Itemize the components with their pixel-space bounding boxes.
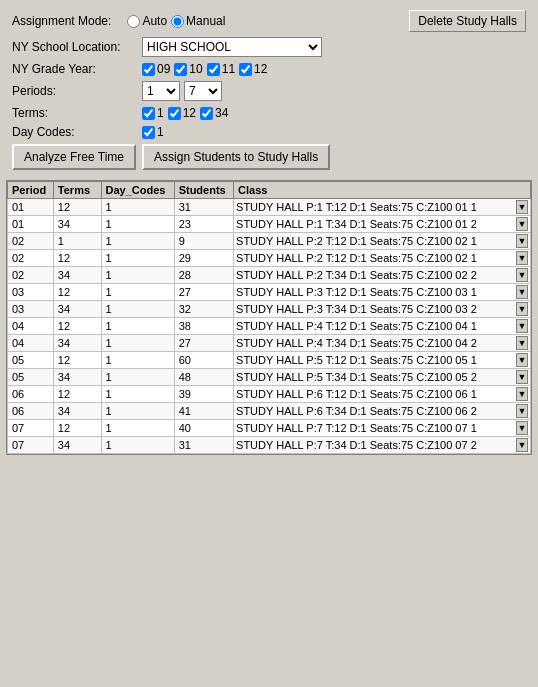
auto-label: Auto xyxy=(142,14,167,28)
cell-terms: 12 xyxy=(53,284,101,301)
cell-terms: 12 xyxy=(53,199,101,216)
class-dropdown-button[interactable]: ▼ xyxy=(516,387,528,401)
class-dropdown-button[interactable]: ▼ xyxy=(516,336,528,350)
header-class: Class xyxy=(234,182,531,199)
term-34-checkbox[interactable] xyxy=(200,107,213,120)
grade-12-label[interactable]: 12 xyxy=(239,62,267,76)
table-row: 0234128STUDY HALL P:2 T:34 D:1 Seats:75 … xyxy=(8,267,531,284)
class-text: STUDY HALL P:4 T:34 D:1 Seats:75 C:Z100 … xyxy=(236,337,477,349)
cell-period: 04 xyxy=(8,318,54,335)
grade-11-label[interactable]: 11 xyxy=(207,62,235,76)
auto-radio-label[interactable]: Auto xyxy=(127,14,167,28)
cell-class: STUDY HALL P:5 T:34 D:1 Seats:75 C:Z100 … xyxy=(234,369,531,386)
day-code-1-checkbox[interactable] xyxy=(142,126,155,139)
table-row: 0712140STUDY HALL P:7 T:12 D:1 Seats:75 … xyxy=(8,420,531,437)
class-cell-content: STUDY HALL P:6 T:34 D:1 Seats:75 C:Z100 … xyxy=(236,404,528,418)
school-location-select[interactable]: HIGH SCHOOL MIDDLE SCHOOL ELEMENTARY xyxy=(142,37,322,57)
class-cell-content: STUDY HALL P:2 T:34 D:1 Seats:75 C:Z100 … xyxy=(236,268,528,282)
class-dropdown-button[interactable]: ▼ xyxy=(516,421,528,435)
class-cell-content: STUDY HALL P:5 T:34 D:1 Seats:75 C:Z100 … xyxy=(236,370,528,384)
periods-controls: 1234 5678 910 1234 5678 910 xyxy=(142,81,526,101)
header-terms: Terms xyxy=(53,182,101,199)
class-dropdown-button[interactable]: ▼ xyxy=(516,404,528,418)
manual-radio-label[interactable]: Manual xyxy=(171,14,225,28)
cell-period: 05 xyxy=(8,352,54,369)
cell-students: 27 xyxy=(174,335,233,352)
cell-period: 02 xyxy=(8,233,54,250)
cell-day-codes: 1 xyxy=(101,420,174,437)
class-text: STUDY HALL P:3 T:34 D:1 Seats:75 C:Z100 … xyxy=(236,303,477,315)
day-code-1-value: 1 xyxy=(157,125,164,139)
cell-students: 28 xyxy=(174,267,233,284)
period-start-select[interactable]: 1234 5678 910 xyxy=(142,81,180,101)
class-cell-content: STUDY HALL P:2 T:12 D:1 Seats:75 C:Z100 … xyxy=(236,234,528,248)
header-students: Students xyxy=(174,182,233,199)
cell-period: 03 xyxy=(8,284,54,301)
cell-class: STUDY HALL P:4 T:34 D:1 Seats:75 C:Z100 … xyxy=(234,335,531,352)
cell-class: STUDY HALL P:1 T:12 D:1 Seats:75 C:Z100 … xyxy=(234,199,531,216)
cell-class: STUDY HALL P:7 T:12 D:1 Seats:75 C:Z100 … xyxy=(234,420,531,437)
auto-radio[interactable] xyxy=(127,15,140,28)
grade-12-checkbox[interactable] xyxy=(239,63,252,76)
class-text: STUDY HALL P:5 T:34 D:1 Seats:75 C:Z100 … xyxy=(236,371,477,383)
class-dropdown-button[interactable]: ▼ xyxy=(516,217,528,231)
grade-09-label[interactable]: 09 xyxy=(142,62,170,76)
cell-day-codes: 1 xyxy=(101,318,174,335)
cell-students: 31 xyxy=(174,199,233,216)
class-cell-content: STUDY HALL P:1 T:12 D:1 Seats:75 C:Z100 … xyxy=(236,200,528,214)
term-12-checkbox[interactable] xyxy=(168,107,181,120)
grade-11-checkbox[interactable] xyxy=(207,63,220,76)
class-dropdown-button[interactable]: ▼ xyxy=(516,353,528,367)
class-text: STUDY HALL P:1 T:34 D:1 Seats:75 C:Z100 … xyxy=(236,218,477,230)
class-cell-content: STUDY HALL P:1 T:34 D:1 Seats:75 C:Z100 … xyxy=(236,217,528,231)
day-codes-label: Day Codes: xyxy=(12,125,142,139)
term-12-value: 12 xyxy=(183,106,196,120)
analyze-free-time-button[interactable]: Analyze Free Time xyxy=(12,144,136,170)
table-row: 0112131STUDY HALL P:1 T:12 D:1 Seats:75 … xyxy=(8,199,531,216)
term-12-label[interactable]: 12 xyxy=(168,106,196,120)
cell-terms: 34 xyxy=(53,369,101,386)
cell-terms: 12 xyxy=(53,386,101,403)
day-code-1-label[interactable]: 1 xyxy=(142,125,164,139)
cell-period: 02 xyxy=(8,267,54,284)
class-dropdown-button[interactable]: ▼ xyxy=(516,302,528,316)
grade-09-checkbox[interactable] xyxy=(142,63,155,76)
class-dropdown-button[interactable]: ▼ xyxy=(516,200,528,214)
class-dropdown-button[interactable]: ▼ xyxy=(516,370,528,384)
term-34-label[interactable]: 34 xyxy=(200,106,228,120)
assign-students-button[interactable]: Assign Students to Study Halls xyxy=(142,144,330,170)
school-location-controls: HIGH SCHOOL MIDDLE SCHOOL ELEMENTARY xyxy=(142,37,526,57)
grade-10-checkbox[interactable] xyxy=(174,63,187,76)
cell-students: 40 xyxy=(174,420,233,437)
grade-year-controls: 09 10 11 12 xyxy=(142,62,526,76)
term-1-label[interactable]: 1 xyxy=(142,106,164,120)
cell-students: 9 xyxy=(174,233,233,250)
class-dropdown-button[interactable]: ▼ xyxy=(516,251,528,265)
school-location-label: NY School Location: xyxy=(12,40,142,54)
class-cell-content: STUDY HALL P:3 T:12 D:1 Seats:75 C:Z100 … xyxy=(236,285,528,299)
cell-class: STUDY HALL P:6 T:12 D:1 Seats:75 C:Z100 … xyxy=(234,386,531,403)
term-1-checkbox[interactable] xyxy=(142,107,155,120)
header-day-codes: Day_Codes xyxy=(101,182,174,199)
assignment-mode-row: Assignment Mode: Auto Manual Delete Stud… xyxy=(12,10,526,32)
cell-students: 38 xyxy=(174,318,233,335)
period-end-select[interactable]: 1234 5678 910 xyxy=(184,81,222,101)
cell-terms: 12 xyxy=(53,250,101,267)
cell-terms: 34 xyxy=(53,403,101,420)
class-cell-content: STUDY HALL P:3 T:34 D:1 Seats:75 C:Z100 … xyxy=(236,302,528,316)
class-cell-content: STUDY HALL P:4 T:34 D:1 Seats:75 C:Z100 … xyxy=(236,336,528,350)
class-dropdown-button[interactable]: ▼ xyxy=(516,285,528,299)
class-dropdown-button[interactable]: ▼ xyxy=(516,268,528,282)
cell-students: 41 xyxy=(174,403,233,420)
class-dropdown-button[interactable]: ▼ xyxy=(516,438,528,452)
class-dropdown-button[interactable]: ▼ xyxy=(516,234,528,248)
grade-10-label[interactable]: 10 xyxy=(174,62,202,76)
class-text: STUDY HALL P:6 T:34 D:1 Seats:75 C:Z100 … xyxy=(236,405,477,417)
delete-study-halls-button[interactable]: Delete Study Halls xyxy=(409,10,526,32)
assignment-mode-label: Assignment Mode: xyxy=(12,14,111,28)
periods-row: Periods: 1234 5678 910 1234 5678 910 xyxy=(12,81,526,101)
class-dropdown-button[interactable]: ▼ xyxy=(516,319,528,333)
cell-students: 39 xyxy=(174,386,233,403)
manual-radio[interactable] xyxy=(171,15,184,28)
cell-class: STUDY HALL P:3 T:34 D:1 Seats:75 C:Z100 … xyxy=(234,301,531,318)
